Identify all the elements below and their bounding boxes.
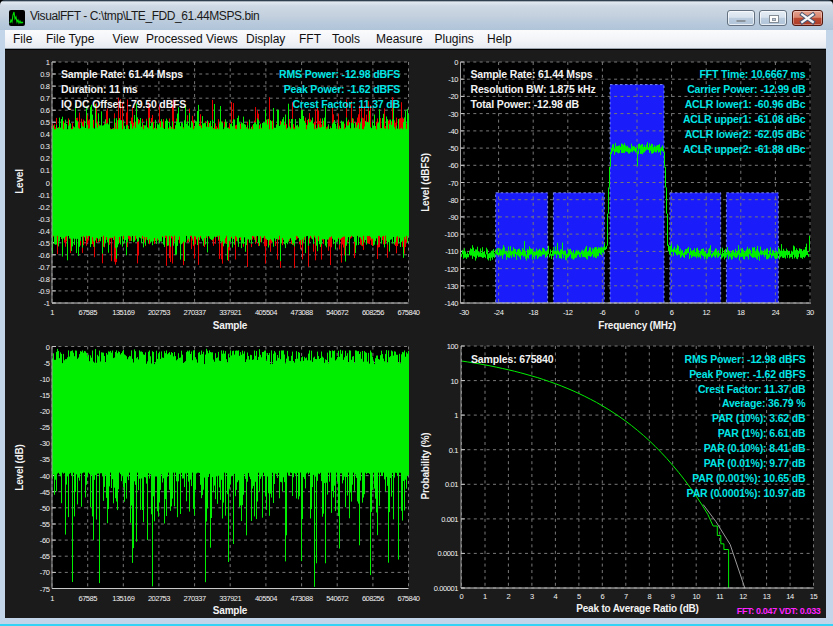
svg-text:-1: -1 <box>44 299 50 308</box>
svg-text:Average: 36.79 %: Average: 36.79 % <box>722 397 806 409</box>
svg-text:0.00001: 0.00001 <box>434 584 459 593</box>
svg-text:-0.4: -0.4 <box>38 227 50 236</box>
svg-text:Crest Factor: 11.37 dB: Crest Factor: 11.37 dB <box>292 98 400 110</box>
svg-text:ACLR upper1: -61.08 dBc: ACLR upper1: -61.08 dBc <box>683 113 806 125</box>
svg-text:-6: -6 <box>599 308 605 317</box>
svg-text:608256: 608256 <box>362 594 384 603</box>
svg-text:0.5: 0.5 <box>40 118 49 127</box>
svg-text:-130: -130 <box>445 282 459 291</box>
svg-text:PAR (0.10%): 8.41 dB: PAR (0.10%): 8.41 dB <box>704 442 806 454</box>
svg-text:-5: -5 <box>44 359 50 368</box>
svg-text:IQ DC Offset: -79.50 dBFS: IQ DC Offset: -79.50 dBFS <box>61 98 186 110</box>
svg-text:-10: -10 <box>40 375 50 384</box>
svg-text:0.8: 0.8 <box>40 82 49 91</box>
svg-text:15: 15 <box>810 592 818 601</box>
svg-text:67585: 67585 <box>79 594 98 603</box>
svg-text:608256: 608256 <box>362 308 384 317</box>
svg-text:0.01: 0.01 <box>445 480 458 489</box>
svg-text:RMS Power: -12.98 dBFS: RMS Power: -12.98 dBFS <box>279 68 400 80</box>
svg-text:135169: 135169 <box>112 594 134 603</box>
svg-text:135169: 135169 <box>112 308 134 317</box>
svg-text:12: 12 <box>739 592 747 601</box>
svg-text:-20: -20 <box>448 92 458 101</box>
svg-text:24: 24 <box>772 308 780 317</box>
svg-text:-0.9: -0.9 <box>38 287 50 296</box>
svg-text:-50: -50 <box>40 504 50 513</box>
svg-text:14: 14 <box>786 592 794 601</box>
svg-text:-40: -40 <box>40 472 50 481</box>
svg-text:0: 0 <box>635 308 639 317</box>
svg-text:PAR (10%): 3.62 dB: PAR (10%): 3.62 dB <box>712 412 806 424</box>
svg-text:0: 0 <box>460 592 464 601</box>
svg-text:-40: -40 <box>448 127 458 136</box>
svg-text:-35: -35 <box>40 455 50 464</box>
svg-text:PAR (1%): 6.61 dB: PAR (1%): 6.61 dB <box>718 427 806 439</box>
svg-text:18: 18 <box>737 308 745 317</box>
svg-text:Resolution BW: 1.875 kHz: Resolution BW: 1.875 kHz <box>471 83 596 95</box>
svg-text:10: 10 <box>692 592 700 601</box>
svg-text:Level (dBFS): Level (dBFS) <box>420 153 431 212</box>
svg-text:2: 2 <box>507 592 511 601</box>
svg-text:-30: -30 <box>448 110 458 119</box>
svg-text:0.9: 0.9 <box>40 70 49 79</box>
svg-text:-140: -140 <box>445 299 459 308</box>
svg-text:0.1: 0.1 <box>449 446 458 455</box>
svg-text:PAR (0.0001%): 10.97 dB: PAR (0.0001%): 10.97 dB <box>687 487 806 499</box>
svg-text:337921: 337921 <box>219 594 241 603</box>
svg-text:9: 9 <box>671 592 675 601</box>
svg-text:540672: 540672 <box>326 308 348 317</box>
svg-text:11: 11 <box>716 592 723 601</box>
svg-text:1: 1 <box>454 411 458 420</box>
svg-text:0: 0 <box>46 179 50 188</box>
svg-text:PAR (0.01%): 9.77 dB: PAR (0.01%): 9.77 dB <box>704 457 806 469</box>
svg-text:Probability (%): Probability (%) <box>420 432 431 499</box>
svg-text:-12: -12 <box>563 308 573 317</box>
svg-text:-45: -45 <box>40 488 50 497</box>
svg-text:675840: 675840 <box>397 594 419 603</box>
svg-text:540672: 540672 <box>326 594 348 603</box>
svg-text:0.001: 0.001 <box>441 515 458 524</box>
svg-text:Peak Power: -1.62 dBFS: Peak Power: -1.62 dBFS <box>689 368 805 380</box>
svg-text:Duration: 11 ms: Duration: 11 ms <box>61 83 138 95</box>
svg-text:12: 12 <box>702 308 710 317</box>
svg-text:473088: 473088 <box>291 594 313 603</box>
svg-text:0.4: 0.4 <box>40 130 49 139</box>
svg-text:-75: -75 <box>40 585 50 594</box>
svg-text:-65: -65 <box>40 552 50 561</box>
svg-text:0.7: 0.7 <box>40 94 49 103</box>
svg-text:202753: 202753 <box>148 594 170 603</box>
svg-text:-30: -30 <box>459 308 469 317</box>
svg-text:Sample: Sample <box>213 320 248 331</box>
svg-text:13: 13 <box>763 592 771 601</box>
svg-text:ACLR lower2: -62.05 dBc: ACLR lower2: -62.05 dBc <box>685 128 806 140</box>
svg-text:-24: -24 <box>494 308 504 317</box>
svg-text:Crest Factor: 11.37 dB: Crest Factor: 11.37 dB <box>698 383 806 395</box>
svg-text:-0.2: -0.2 <box>38 203 50 212</box>
svg-text:0.0001: 0.0001 <box>437 549 458 558</box>
svg-text:405504: 405504 <box>255 594 277 603</box>
svg-text:-10: -10 <box>448 75 458 84</box>
svg-text:-0.6: -0.6 <box>38 251 50 260</box>
svg-text:473088: 473088 <box>291 308 313 317</box>
svg-text:Peak Power: -1.62 dBFS: Peak Power: -1.62 dBFS <box>284 83 400 95</box>
svg-text:RMS Power: -12.98 dBFS: RMS Power: -12.98 dBFS <box>685 353 806 365</box>
svg-text:1: 1 <box>50 308 54 317</box>
svg-text:Carrier Power: -12.99 dB: Carrier Power: -12.99 dB <box>687 83 806 95</box>
svg-text:Peak to Average Ratio (dB): Peak to Average Ratio (dB) <box>576 603 698 614</box>
svg-text:Sample Rate: 61.44 Msps: Sample Rate: 61.44 Msps <box>61 68 183 80</box>
svg-text:-0.7: -0.7 <box>38 263 50 272</box>
svg-text:1: 1 <box>483 592 487 601</box>
svg-text:-110: -110 <box>445 247 458 256</box>
svg-text:7: 7 <box>624 592 628 601</box>
svg-text:-60: -60 <box>40 536 50 545</box>
svg-text:0.6: 0.6 <box>40 106 49 115</box>
svg-text:270337: 270337 <box>184 308 206 317</box>
svg-text:Samples: 675840: Samples: 675840 <box>471 353 554 365</box>
svg-text:4: 4 <box>554 592 558 601</box>
svg-text:Level (dB): Level (dB) <box>14 444 25 490</box>
svg-text:-20: -20 <box>40 407 50 416</box>
svg-text:6: 6 <box>600 592 604 601</box>
svg-text:ACLR upper2: -61.88 dBc: ACLR upper2: -61.88 dBc <box>683 143 806 155</box>
svg-text:-18: -18 <box>528 308 538 317</box>
svg-text:-90: -90 <box>448 213 458 222</box>
